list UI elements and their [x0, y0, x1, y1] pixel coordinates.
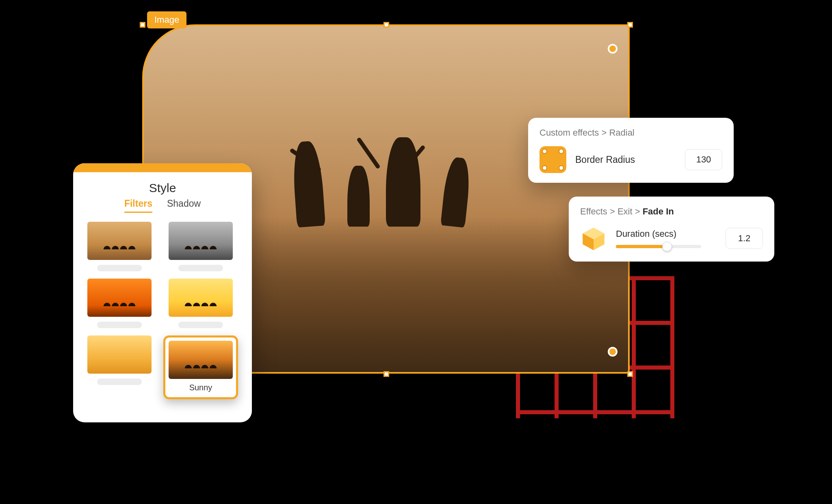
radius-handle-bottom-right[interactable] [608, 347, 618, 357]
tab-filters[interactable]: Filters [124, 198, 152, 213]
resize-handle-bottom-right[interactable] [627, 371, 633, 377]
filter-thumbnail[interactable] [87, 279, 152, 328]
radius-handle-top-right[interactable] [608, 44, 618, 54]
style-panel-accent-bar [73, 163, 252, 172]
duration-value-input[interactable]: 1.2 [726, 228, 763, 249]
selection-type-tag: Image [147, 11, 186, 28]
resize-handle-top-middle[interactable] [384, 22, 389, 28]
duration-slider[interactable] [616, 245, 701, 248]
filter-thumbnail-selected[interactable]: Sunny [163, 335, 238, 399]
tab-shadow[interactable]: Shadow [167, 198, 201, 213]
style-tabs: Filters Shadow [73, 198, 252, 213]
filters-grid: Sunny [73, 218, 252, 399]
resize-handle-bottom-middle[interactable] [384, 371, 389, 377]
duration-label: Duration (secs) [616, 229, 717, 239]
filter-thumbnail[interactable] [87, 222, 152, 271]
filter-thumbnail[interactable] [163, 222, 238, 271]
border-radius-card: Custom effects > Radial Border Radius 13… [528, 118, 734, 183]
border-radius-label: Border Radius [575, 154, 676, 165]
resize-handle-top-left[interactable] [140, 22, 145, 28]
effect-cube-icon [580, 225, 607, 252]
filter-thumbnail[interactable] [87, 335, 152, 399]
breadcrumb: Custom effects > Radial [540, 128, 722, 138]
filter-thumbnail[interactable] [163, 279, 238, 328]
selected-filter-label: Sunny [169, 379, 233, 397]
resize-handle-top-right[interactable] [627, 22, 633, 28]
duration-card: Effects > Exit > Fade In Duration (secs)… [569, 197, 774, 262]
style-panel-title: Style [73, 181, 252, 195]
breadcrumb: Effects > Exit > Fade In [580, 206, 763, 217]
style-panel: Style Filters Shadow [73, 163, 252, 422]
border-radius-icon [540, 146, 566, 173]
border-radius-value-input[interactable]: 130 [685, 149, 722, 170]
